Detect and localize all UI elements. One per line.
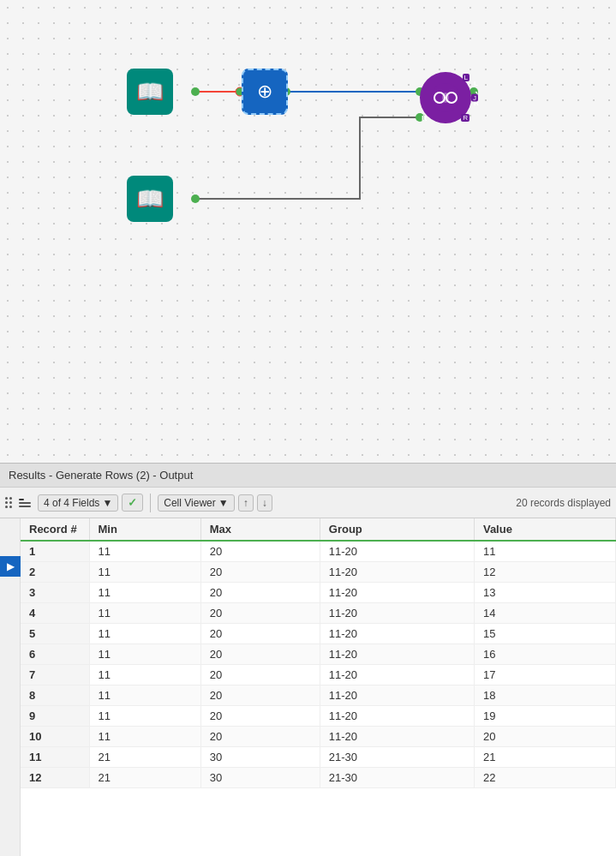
cell-min: 11: [89, 583, 200, 603]
cell-group: 21-30: [320, 747, 474, 768]
cell-group: 11-20: [320, 706, 474, 727]
table-row[interactable]: 5112011-2015: [21, 624, 616, 644]
row-indicator-arrow: ▶: [0, 556, 21, 577]
toolbar-divider-1: [150, 494, 151, 512]
cell-max: 30: [200, 768, 320, 788]
cell-min: 11: [89, 562, 200, 583]
cell-value: 16: [474, 644, 615, 665]
cell-min: 11: [89, 706, 200, 727]
generate-rows-node[interactable]: ⊕: [242, 69, 288, 115]
canvas-area: L R L J R 📖 ⊕ L J R 📖: [0, 0, 616, 463]
results-table: Record # Min Max Group Value 1112011-201…: [21, 518, 616, 788]
cell-min: 11: [89, 624, 200, 644]
generate-icon: ⊕: [257, 81, 272, 103]
col-header-max[interactable]: Max: [200, 518, 320, 541]
cell-viewer-button[interactable]: Cell Viewer ▼: [158, 494, 234, 512]
results-title-text: Results - Generate Rows (2) - Output: [9, 469, 193, 482]
table-row[interactable]: 12213021-3022: [21, 768, 616, 788]
checkmark-button[interactable]: ✓: [122, 494, 143, 512]
cell-max: 20: [200, 541, 320, 562]
cell-viewer-dropdown-icon: ▼: [218, 497, 229, 509]
cell-max: 20: [200, 583, 320, 603]
join-icon: [429, 81, 462, 114]
cell-group: 11-20: [320, 644, 474, 665]
svg-point-2: [191, 87, 200, 96]
table-row[interactable]: 8112011-2018: [21, 685, 616, 706]
arrow-down-button[interactable]: ↓: [257, 494, 272, 512]
cell-record: 9: [21, 706, 89, 727]
arrow-down-icon: ↓: [262, 497, 267, 509]
table-row[interactable]: 6112011-2016: [21, 644, 616, 665]
table-row[interactable]: 3112011-2013: [21, 583, 616, 603]
col-header-value[interactable]: Value: [474, 518, 615, 541]
book-icon-2: 📖: [136, 186, 164, 213]
table-row[interactable]: 11213021-3021: [21, 747, 616, 768]
results-toolbar: 4 of 4 Fields ▼ ✓ Cell Viewer ▼ ↑ ↓ 20 r…: [0, 488, 616, 518]
cell-value: 22: [474, 768, 615, 788]
results-panel: Results - Generate Rows (2) - Output 4 o…: [0, 463, 616, 856]
cell-record: 8: [21, 685, 89, 706]
cell-max: 20: [200, 685, 320, 706]
book-icon-1: 📖: [136, 79, 164, 105]
list-view-icon[interactable]: [19, 495, 34, 511]
cell-record: 2: [21, 562, 89, 583]
cell-max: 20: [200, 562, 320, 583]
svg-text:L: L: [474, 80, 478, 87]
cell-value: 21: [474, 747, 615, 768]
cell-record: 10: [21, 727, 89, 747]
cell-value: 18: [474, 685, 615, 706]
join-node[interactable]: L J R: [420, 72, 471, 123]
table-header-row: Record # Min Max Group Value: [21, 518, 616, 541]
col-header-min[interactable]: Min: [89, 518, 200, 541]
table-row[interactable]: 10112011-2020: [21, 727, 616, 747]
cell-group: 11-20: [320, 583, 474, 603]
cell-max: 20: [200, 665, 320, 685]
cell-value: 13: [474, 583, 615, 603]
cell-min: 11: [89, 685, 200, 706]
cell-record: 3: [21, 583, 89, 603]
table-container: ▶ Record # Min Max Group Value 1112011-2…: [0, 518, 616, 856]
checkmark-icon: ✓: [128, 496, 137, 509]
cell-value: 20: [474, 727, 615, 747]
cell-min: 21: [89, 768, 200, 788]
fields-button[interactable]: 4 of 4 Fields ▼: [38, 494, 118, 512]
table-body: 1112011-20112112011-20123112011-20134112…: [21, 541, 616, 788]
cell-value: 12: [474, 562, 615, 583]
results-table-wrapper[interactable]: Record # Min Max Group Value 1112011-201…: [21, 518, 616, 856]
cell-record: 5: [21, 624, 89, 644]
svg-point-6: [191, 195, 200, 203]
cell-min: 11: [89, 727, 200, 747]
cell-min: 11: [89, 541, 200, 562]
join-j-label: J: [471, 94, 478, 102]
cell-max: 30: [200, 747, 320, 768]
cell-group: 11-20: [320, 685, 474, 706]
dropdown-arrow-icon: ▼: [102, 497, 112, 509]
cell-record: 7: [21, 665, 89, 685]
join-r-label: R: [461, 114, 469, 122]
col-header-record[interactable]: Record #: [21, 518, 89, 541]
cell-group: 11-20: [320, 727, 474, 747]
drag-handle: [5, 497, 12, 508]
cell-min: 11: [89, 644, 200, 665]
cell-value: 14: [474, 603, 615, 624]
table-row[interactable]: 9112011-2019: [21, 706, 616, 727]
cell-min: 11: [89, 603, 200, 624]
records-count: 20 records displayed: [516, 497, 611, 509]
table-row[interactable]: 4112011-2014: [21, 603, 616, 624]
cell-group: 11-20: [320, 624, 474, 644]
table-row[interactable]: 2112011-2012: [21, 562, 616, 583]
cell-max: 20: [200, 706, 320, 727]
cell-max: 20: [200, 644, 320, 665]
cell-min: 21: [89, 747, 200, 768]
arrow-up-button[interactable]: ↑: [238, 494, 254, 512]
col-header-group[interactable]: Group: [320, 518, 474, 541]
cell-record: 4: [21, 603, 89, 624]
cell-value: 15: [474, 624, 615, 644]
table-row[interactable]: 1112011-2011: [21, 541, 616, 562]
join-l-label: L: [463, 74, 469, 81]
indicator-column: ▶: [0, 518, 21, 856]
table-row[interactable]: 7112011-2017: [21, 665, 616, 685]
book-node-1[interactable]: 📖: [127, 69, 173, 115]
cell-max: 20: [200, 603, 320, 624]
book-node-2[interactable]: 📖: [127, 176, 173, 222]
